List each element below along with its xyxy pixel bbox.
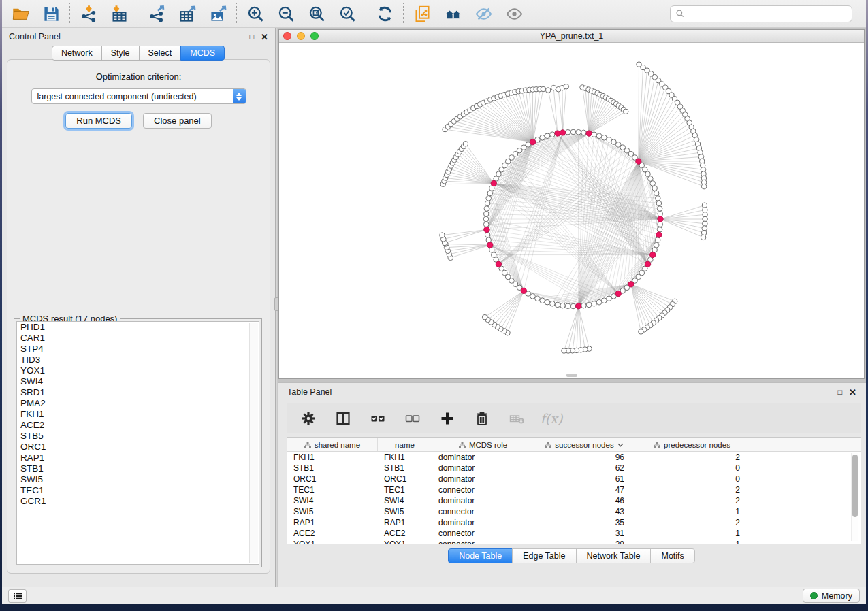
graph-node[interactable]: [657, 227, 662, 233]
graph-node[interactable]: [483, 222, 489, 227]
tab-mcds[interactable]: MCDS: [180, 46, 225, 61]
column-header-name[interactable]: name: [378, 438, 432, 451]
zoom-fit-button[interactable]: [307, 4, 326, 23]
graph-node[interactable]: [639, 329, 644, 335]
graph-node[interactable]: [565, 129, 570, 135]
mcds-result-item[interactable]: STB5: [17, 431, 259, 442]
graph-node[interactable]: [581, 130, 587, 135]
mcds-result-item[interactable]: ACE2: [17, 420, 259, 431]
first-neighbors-button[interactable]: [443, 4, 462, 23]
graph-node[interactable]: [658, 222, 663, 227]
tab-network-table[interactable]: Network Table: [576, 548, 652, 563]
graph-node[interactable]: [576, 303, 581, 309]
column-header-shared-name[interactable]: shared name: [287, 438, 378, 451]
mcds-result-item[interactable]: SWI5: [17, 474, 259, 485]
graph-node[interactable]: [615, 291, 621, 296]
graph-node[interactable]: [701, 235, 706, 240]
graph-node[interactable]: [484, 206, 489, 212]
mcds-result-item[interactable]: FKH1: [17, 409, 259, 420]
graph-node[interactable]: [586, 131, 592, 136]
mcds-result-item[interactable]: YOX1: [17, 365, 259, 376]
graph-node[interactable]: [607, 137, 612, 142]
mcds-result-item[interactable]: GCR1: [17, 496, 259, 507]
column-header-MCDS-role[interactable]: MCDS role: [432, 438, 534, 451]
mcds-result-item[interactable]: SRD1: [17, 387, 259, 398]
graph-node[interactable]: [487, 191, 493, 196]
graph-node[interactable]: [656, 201, 662, 206]
graph-node[interactable]: [592, 132, 597, 137]
open-file-button[interactable]: [11, 4, 30, 23]
close-table-panel-icon[interactable]: ✕: [849, 388, 856, 397]
network-graph[interactable]: [279, 43, 864, 378]
graph-node[interactable]: [654, 242, 659, 248]
graph-node[interactable]: [657, 206, 662, 212]
tab-select[interactable]: Select: [139, 46, 182, 61]
graph-node[interactable]: [496, 261, 501, 267]
graph-node[interactable]: [555, 302, 560, 308]
zoom-out-button[interactable]: [276, 4, 295, 23]
graph-node[interactable]: [581, 303, 587, 308]
graph-node[interactable]: [565, 303, 570, 309]
select-all-button[interactable]: [368, 408, 388, 429]
table-row[interactable]: YOX1YOX1connector291: [287, 539, 861, 544]
graph-node[interactable]: [586, 302, 592, 308]
graph-node[interactable]: [551, 85, 556, 90]
mcds-result-item[interactable]: STB1: [17, 463, 259, 474]
mcds-result-item[interactable]: TEC1: [17, 485, 259, 496]
graph-node[interactable]: [570, 129, 576, 135]
column-header-predecessor-nodes[interactable]: predecessor nodes: [634, 438, 750, 451]
graph-node[interactable]: [483, 211, 489, 216]
export-network-button[interactable]: [147, 4, 166, 23]
graph-node[interactable]: [530, 139, 535, 144]
graph-node[interactable]: [655, 237, 660, 243]
import-table-button[interactable]: [110, 4, 129, 23]
graph-node[interactable]: [636, 159, 641, 164]
graph-node[interactable]: [658, 211, 663, 216]
save-session-button[interactable]: [42, 4, 61, 23]
add-column-button[interactable]: [437, 408, 457, 429]
search-field[interactable]: [670, 5, 852, 22]
tab-node-table[interactable]: Node Table: [448, 548, 513, 563]
graph-node[interactable]: [560, 303, 566, 308]
network-window-titlebar[interactable]: YPA_prune.txt_1: [279, 30, 864, 43]
close-panel-button[interactable]: Close panel: [143, 113, 212, 129]
zoom-in-button[interactable]: [246, 4, 265, 23]
graph-node[interactable]: [541, 86, 546, 92]
table-vertical-scrollbar[interactable]: [851, 453, 858, 541]
export-table-button[interactable]: [178, 4, 197, 23]
mcds-result-item[interactable]: SWI4: [17, 376, 259, 387]
search-input[interactable]: [688, 9, 847, 18]
zoom-selected-button[interactable]: [338, 4, 357, 23]
graph-node[interactable]: [652, 186, 658, 191]
delete-table-button[interactable]: [507, 408, 527, 429]
delete-column-button[interactable]: [472, 408, 492, 429]
graph-node[interactable]: [482, 314, 487, 320]
show-all-button[interactable]: [504, 4, 524, 23]
graph-node[interactable]: [650, 252, 656, 257]
graph-node[interactable]: [645, 261, 650, 267]
graph-node[interactable]: [655, 196, 660, 201]
graph-node[interactable]: [701, 184, 707, 189]
graph-node[interactable]: [463, 141, 468, 146]
graph-node[interactable]: [540, 298, 545, 303]
task-history-button[interactable]: [8, 589, 27, 603]
graph-node[interactable]: [486, 237, 492, 243]
function-builder-button[interactable]: f(x): [541, 408, 562, 429]
graph-node[interactable]: [535, 296, 541, 301]
graph-node[interactable]: [596, 133, 602, 139]
network-canvas-container[interactable]: [279, 43, 864, 378]
mcds-result-list[interactable]: PHD1CAR1STP4TID3YOX1SWI4SRD1PMA2FKH1ACE2…: [16, 321, 259, 565]
column-header-successor-nodes[interactable]: successor nodes: [534, 438, 634, 451]
table-row[interactable]: TEC1TEC1connector472: [287, 484, 861, 495]
graph-node[interactable]: [564, 84, 569, 89]
clone-network-button[interactable]: [413, 4, 432, 23]
table-row[interactable]: STB1STB1dominator620: [287, 463, 861, 474]
graph-node[interactable]: [602, 135, 607, 141]
graph-node[interactable]: [650, 181, 656, 186]
graph-node[interactable]: [656, 232, 662, 237]
graph-node[interactable]: [560, 130, 565, 135]
tab-motifs[interactable]: Motifs: [650, 548, 694, 563]
export-image-button[interactable]: [208, 4, 227, 23]
graph-node[interactable]: [521, 288, 526, 293]
graph-node[interactable]: [658, 216, 663, 222]
